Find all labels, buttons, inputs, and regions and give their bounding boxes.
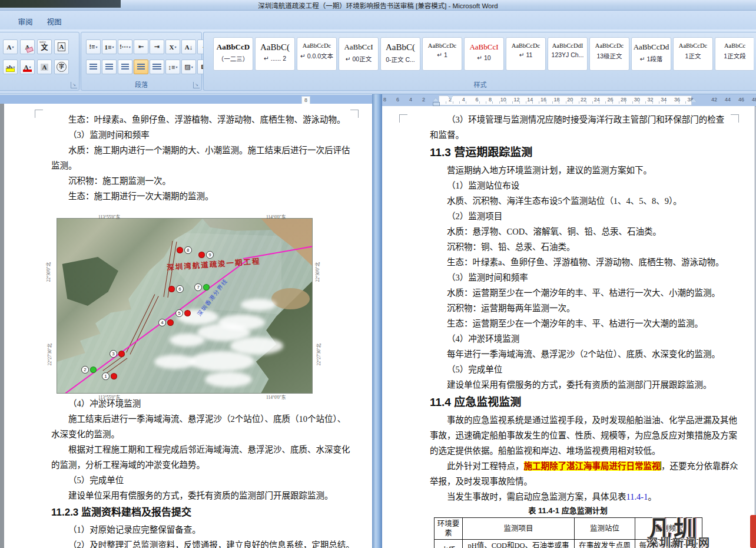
map-coordinate-label: 22°27'30"北 [315, 344, 321, 365]
line-spacing-button[interactable]: ↕≡▾ [165, 60, 180, 74]
decrease-indent-button[interactable]: ⇤ [134, 39, 148, 54]
style-chip-6[interactable]: AaBbCcDc↵ 1 [422, 37, 462, 71]
right-line-12[interactable]: 水质：运营期至少在一个潮汐年的丰、平、枯进行一次大、小潮的监测。 [382, 285, 755, 301]
style-chip-5[interactable]: AaBbC(0-正文 C... [380, 37, 420, 71]
asian-layout-button[interactable]: X▾ [165, 39, 180, 54]
change-case-button[interactable]: A▾ [3, 39, 18, 54]
left-b-line-8[interactable]: 11.2.3 监测资料建档及报告提交 [4, 503, 372, 522]
style-name: ↵ 00正文 [339, 54, 378, 63]
map-cloud [190, 351, 254, 371]
right-line-23[interactable]: 此外针对工程特点，施工期除了湛江海事局进行日常监视，还要充分依靠群众 [382, 458, 755, 474]
numbering-button[interactable]: 1≡▾ [102, 39, 117, 54]
style-chip-7[interactable]: AaBbCcI↵ 10 [464, 37, 504, 71]
right-line-22[interactable]: 的选定提供依据。船舶监视和岸边、堆场监视费用相对较低。 [382, 443, 755, 458]
align-left-button[interactable] [86, 60, 101, 74]
ruler-number: 32 [648, 97, 654, 103]
distributed-button[interactable] [150, 60, 164, 74]
multilevel-list-button[interactable]: ⁝⋯▾ [118, 39, 132, 54]
right-line-11[interactable]: （3）监测时间和频率 [382, 270, 755, 285]
ribbon-tab-审阅[interactable]: 审阅 [11, 15, 39, 28]
style-chip-9[interactable]: AaBbCcDdI123YJ Ch... [548, 37, 588, 71]
right-line-17[interactable]: （5）完成单位 [382, 362, 755, 377]
left-line-2[interactable]: （3）监测时间和频率 [4, 127, 372, 143]
shading-button[interactable]: ▨▾ [181, 60, 196, 74]
left-line-1[interactable]: 生态：叶绿素a、鱼卵仔鱼、浮游植物、浮游动物、底栖生物、游泳动物。 [4, 112, 372, 127]
right-line-10[interactable]: 生态：叶绿素a、鱼卵仔鱼、浮游植物、浮游动物、底栖生物、游泳动物。 [382, 255, 755, 270]
increase-indent-button[interactable]: ⇥ [150, 39, 164, 54]
style-chip-11[interactable]: AaBbCcDd↵ 1段落 [631, 37, 671, 71]
right-line-5[interactable]: （1）监测站位布设 [382, 178, 755, 193]
left-b-line-9[interactable]: （1）对原始记录应完整保留备查。 [4, 522, 372, 537]
right-line-21[interactable]: 事故，迅速确定船舶事故发生的位置、性质、规模等，为应急反应对策措施及方案 [382, 428, 755, 443]
align-center-button[interactable] [102, 60, 117, 74]
left-b-line-4[interactable]: 根据对工程施工期和工程完成后邻近海域海流、悬浮泥沙、底质、水深变化 [4, 442, 372, 457]
right-line-13[interactable]: 沉积物：运营期每两年监测一次。 [382, 301, 755, 316]
ruler-number: 4 [409, 97, 412, 103]
station-7: 7 [194, 283, 210, 291]
align-right-button[interactable] [118, 60, 132, 74]
justify-button[interactable] [134, 60, 148, 74]
right-line-15[interactable]: （4）冲淤环境监测 [382, 331, 755, 346]
style-chip-12[interactable]: AaBbCcDc1正文 [673, 37, 713, 71]
phonetic-guide-button[interactable]: 文 [37, 39, 52, 54]
right-line-19[interactable]: 11.4 应急监视监测 [382, 392, 755, 412]
right-line-3[interactable]: 11.3 营运期跟踪监测 [382, 143, 755, 163]
enclose-characters-button[interactable]: 字 [54, 60, 69, 74]
right-line-6[interactable]: 水质、沉积物、海洋生态布设5个监测站位（1、4、5、8、9）。 [382, 193, 755, 209]
page-left[interactable]: 生态：叶绿素a、鱼卵仔鱼、浮游植物、浮游动物、底栖生物、游泳动物。（3）监测时间… [4, 104, 372, 548]
right-line-25[interactable]: 当发生事故时，需启动应急监测方案，具体见表11.4-1。 [382, 489, 755, 504]
left-b-line-5[interactable]: 的监测，分析工程海域的冲淤变化趋势。 [4, 457, 372, 473]
paragraph-group-label: 段落 [81, 80, 201, 89]
page-right[interactable]: （3）环境管理与监测情况应随时接受海洋行政主管部门和环保部门的检查和监督。11.… [382, 106, 755, 548]
monitoring-stations-map[interactable]: 深圳湾航道疏浚一期工程 深圳香港分界线 123456789 [57, 218, 313, 394]
left-line-3[interactable]: 水质：施工期内进行一个潮期的大、小潮监测。施工结束后进行一次后评估 [4, 143, 372, 158]
first-line-indent-marker[interactable] [447, 95, 453, 99]
station-dot [184, 310, 191, 316]
style-chip-10[interactable]: AaBbCcDc13级正文 [589, 37, 629, 71]
right-line-18[interactable]: 建设单位采用有偿服务的方式，委托有资质的监测部门开展跟踪监测。 [382, 377, 755, 392]
left-line-5[interactable]: 沉积物：施工期监测一次。 [4, 173, 372, 189]
left-b-line-2[interactable]: 施工结束后进行一季海域海流、悬浮泥沙（2个站位）、底质（10个站位）、 [4, 411, 372, 427]
right-line-2[interactable]: 和监督。 [382, 127, 755, 143]
right-line-16[interactable]: 每年进行一季海域海流、悬浮泥沙（2个站位）、底质、水深变化的监测。 [382, 346, 755, 362]
right-line-4[interactable]: 营运期纳入地方环境监测计划，建议的监测方案如下。 [382, 163, 755, 178]
pane-divider-scrollbar[interactable] [372, 94, 382, 548]
bullets-button[interactable]: ⁝≡▾ [86, 39, 101, 54]
clear-formatting-button[interactable]: A [20, 39, 35, 54]
right-line-7[interactable]: （2）监测项目 [382, 209, 755, 224]
style-chip-2[interactable]: AaBbC(↵ ...... 2 [255, 37, 295, 71]
text-run: ，还要充分依靠群众 [661, 461, 738, 471]
character-border-button[interactable]: A [54, 39, 69, 54]
horizontal-ruler[interactable]: 8642246810121416182022242628303234363842… [382, 94, 756, 107]
left-line-6[interactable]: 生态：施工期进行一次大潮期的监测。 [4, 189, 372, 204]
right-line-20[interactable]: 事故的应急监视系统是通过监视手段，及时发现船舶溢油、化学品泄漏及其他 [382, 412, 755, 428]
right-line-1[interactable]: （3）环境管理与监测情况应随时接受海洋行政主管部门和环保部门的检查 [382, 112, 755, 127]
hanging-indent-marker[interactable] [433, 98, 439, 101]
paragraph-dialog-launcher-icon[interactable]: ↘ [193, 82, 200, 88]
style-chip-4[interactable]: AaBbCcI↵ 00正文 [339, 37, 379, 71]
highlight-color-button[interactable]: ab▾ [3, 60, 18, 74]
left-b-line-1[interactable]: （4）冲淤环境监测 [4, 396, 372, 411]
left-b-line-6[interactable]: （5）完成单位 [4, 473, 372, 488]
right-indent-marker[interactable] [691, 98, 697, 102]
right-line-8[interactable]: 水质：悬浮物、COD、溶解氧、铜、铅、总汞、石油类。 [382, 224, 755, 239]
right-line-9[interactable]: 沉积物：铜、铅、总汞、石油类。 [382, 239, 755, 255]
left-b-line-10[interactable]: （2）及时整理汇总监测资料，反馈通报，建立良好的信息系统，定期总结。 [4, 537, 372, 548]
font-dialog-launcher-icon[interactable]: ↘ [71, 82, 77, 88]
change-case-icon: A [7, 44, 12, 51]
style-chip-13[interactable]: AaBbCc1正文段 [715, 37, 754, 71]
left-b-line-7[interactable]: 建设单位采用有偿服务的方式，委托有资质的监测部门开展跟踪监测。 [4, 488, 372, 503]
right-line-14[interactable]: 生态：运营期至少在一个潮汐年的丰、平、枯进行一次大潮的监测。 [382, 316, 755, 331]
ribbon-tab-视图[interactable]: 视图 [39, 15, 68, 28]
left-line-4[interactable]: 监测。 [4, 158, 372, 173]
character-shading-button[interactable]: A [37, 60, 52, 74]
right-line-24[interactable]: 举报，及时发现事故险情。 [382, 474, 755, 489]
style-chip-8[interactable]: AaBbCcDc↵ 11 [506, 37, 546, 71]
left-indent-marker[interactable] [433, 102, 440, 106]
style-chip-3[interactable]: AaBbCcDc↵ 0.0.0文本 [297, 37, 337, 71]
ruler-number: 46 [738, 97, 744, 103]
style-chip-1[interactable]: AaBbCcD（一二三） [213, 37, 253, 71]
sort-button[interactable]: A↓ [181, 39, 196, 54]
font-color-button[interactable]: A▾ [20, 60, 35, 74]
left-b-line-3[interactable]: 水深变化的监测。 [4, 427, 372, 442]
